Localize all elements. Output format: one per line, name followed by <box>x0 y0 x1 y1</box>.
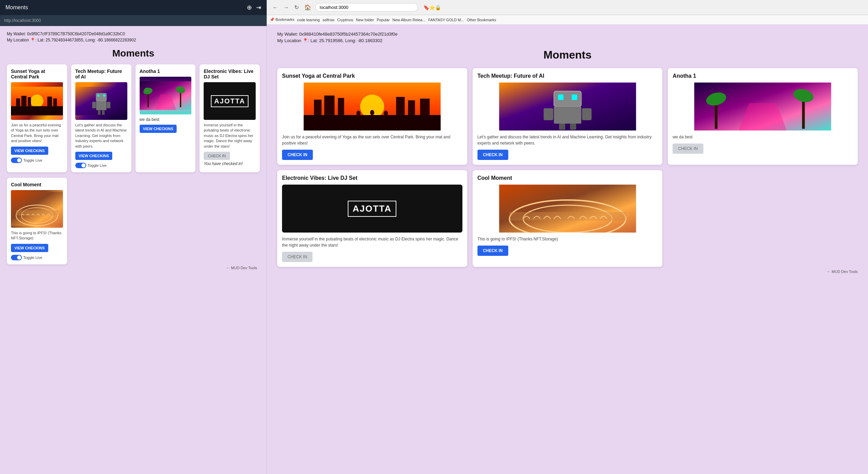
svg-rect-45 <box>554 107 581 124</box>
svg-rect-12 <box>96 101 106 110</box>
check-in-electronic-btn[interactable]: CHECK IN <box>204 152 230 160</box>
right-card-anotha-desc: we da best <box>673 134 853 140</box>
left-page-title: Moments <box>7 48 260 59</box>
right-card-electronic-title: Electronic Vibes: Live DJ Set <box>282 175 462 181</box>
card-tech-meetup-actions: VIEW CHECKINS Toggle Live <box>75 152 127 168</box>
bookmarks-bar: 📌 Bookmarks code learning selfrow Cryptm… <box>267 15 868 25</box>
svg-rect-4 <box>21 96 26 106</box>
right-card-yoga-title: Sunset Yoga at Central Park <box>282 73 462 79</box>
right-check-in-tech-btn[interactable]: CHECK IN <box>477 150 508 160</box>
left-panel: Moments ⊕ ⇥ http://localhost:3000 My Wal… <box>0 0 267 474</box>
card-sunset-yoga-title: Sunset Yoga at Central Park <box>11 68 63 79</box>
card-cool-moment: Cool Moment <box>7 178 67 264</box>
right-ajotta-logo: AJOTTA <box>348 201 396 217</box>
toggle-cool[interactable]: Toggle Live <box>11 255 42 260</box>
bookmark-other[interactable]: Other Bookmarks <box>467 18 496 22</box>
svg-rect-31 <box>304 115 441 130</box>
right-card-electronic-actions: CHECK IN <box>282 252 462 262</box>
external-link-icon[interactable]: ⇥ <box>256 4 261 11</box>
svg-rect-6 <box>47 97 52 106</box>
right-card-cool: Cool Moment <box>473 170 663 267</box>
right-check-in-electronic-btn[interactable]: CHECK IN <box>282 252 312 262</box>
right-card-tech-title: Tech Meetup: Future of AI <box>477 73 658 79</box>
left-url-text: http://localhost:3000 <box>4 18 41 23</box>
right-cards-grid: Sunset Yoga at Central Park <box>277 68 858 267</box>
right-card-electronic-image: AJOTTA <box>282 185 462 233</box>
bookmark-popular[interactable]: Popular <box>377 18 390 22</box>
view-checkins-cool-btn[interactable]: VIEW CHECKINS <box>11 244 48 252</box>
svg-rect-48 <box>559 124 565 130</box>
card-sunset-yoga-actions: VIEW CHECKINS Toggle Live <box>11 147 63 163</box>
view-checkins-anotha-btn[interactable]: VIEW CHECKINS <box>140 125 177 133</box>
right-card-anotha-image <box>673 83 853 130</box>
toggle-yoga[interactable]: Toggle Live <box>11 158 42 163</box>
card-tech-meetup-image <box>75 82 127 120</box>
ajotta-logo: AJOTTA <box>211 95 249 107</box>
nav-home-btn[interactable]: 🏠 <box>303 3 312 11</box>
svg-rect-5 <box>28 97 31 107</box>
toggle-yoga-label: Toggle Live <box>23 158 42 162</box>
svg-rect-7 <box>53 98 57 106</box>
card-electronic-image: AJOTTA <box>204 82 256 120</box>
right-card-yoga: Sunset Yoga at Central Park <box>277 68 467 165</box>
right-check-in-yoga-btn[interactable]: CHECK IN <box>282 150 313 160</box>
add-tab-icon[interactable]: ⊕ <box>247 4 252 11</box>
svg-rect-2 <box>11 106 63 115</box>
svg-rect-13 <box>92 102 96 108</box>
card-anotha-title: Anotha 1 <box>140 68 192 74</box>
svg-rect-46 <box>544 108 553 120</box>
card-electronic-title: Electronic Vibes: Live DJ Set <box>204 68 256 79</box>
left-mud-tools[interactable]: ← MUD Dev Tools <box>7 264 260 271</box>
svg-rect-3 <box>16 98 20 106</box>
toggle-cool-label: Toggle Live <box>23 255 42 260</box>
card-electronic-desc: Immerse yourself in the pulsating beats … <box>204 123 256 149</box>
bookmark-code-learning[interactable]: code learning <box>297 18 320 22</box>
card-sunset-yoga-image <box>11 82 63 120</box>
right-mud-tools[interactable]: ← MUD Dev Tools <box>277 270 858 274</box>
right-card-cool-desc: This is going to IPFS! (Thanks NFT.Stora… <box>477 236 658 242</box>
right-card-yoga-actions: CHECK IN <box>282 150 462 160</box>
svg-rect-14 <box>107 102 111 108</box>
card-tech-meetup-desc: Let's gather and discuss the latest tren… <box>75 123 127 149</box>
right-card-anotha: Anotha 1 <box>668 68 858 165</box>
card-electronic: Electronic Vibes: Live DJ Set AJOTTA Imm… <box>200 64 260 172</box>
right-card-electronic-desc: Immerse yourself in the pulsating beats … <box>282 236 462 248</box>
left-url-bar: http://localhost:3000 <box>0 15 267 26</box>
left-titlebar-icons: ⊕ ⇥ <box>247 4 261 11</box>
right-check-in-anotha-btn[interactable]: CHECK IN <box>673 144 703 154</box>
card-anotha: Anotha 1 <box>136 64 196 172</box>
right-card-cool-title: Cool Moment <box>477 175 658 181</box>
nav-refresh-btn[interactable]: ↻ <box>293 3 300 11</box>
card-electronic-actions: CHECK IN <box>204 152 256 160</box>
right-card-cool-actions: CHECK IN <box>477 246 658 256</box>
url-input[interactable] <box>315 3 418 12</box>
svg-rect-28 <box>16 210 58 215</box>
right-card-yoga-desc: Join us for a peaceful evening of Yoga a… <box>282 134 462 146</box>
toggle-cool-switch[interactable] <box>11 255 22 260</box>
bookmark-fantasy[interactable]: FANTASY GOLD M... <box>428 18 464 22</box>
bookmark-new-folder[interactable]: New folder <box>356 18 374 22</box>
right-panel: ← → ↻ 🏠 🔖⭐🔒 📌 Bookmarks code learning se… <box>267 0 868 474</box>
right-location: My Location 📍: Lat: 25.7919586, Long: -8… <box>277 38 858 43</box>
bookmark-selfrow[interactable]: selfrow <box>322 18 334 22</box>
card-anotha-actions: VIEW CHECKINS <box>140 125 192 133</box>
nav-back-btn[interactable]: ← <box>271 4 279 11</box>
right-browser-bar: ← → ↻ 🏠 🔖⭐🔒 <box>267 0 868 15</box>
toggle-yoga-switch[interactable] <box>11 158 22 163</box>
svg-point-1 <box>30 95 43 108</box>
right-check-in-cool-btn[interactable]: CHECK IN <box>477 246 508 256</box>
bookmark-album[interactable]: New Album Relea... <box>393 18 426 22</box>
right-page-title: Moments <box>277 49 858 61</box>
nav-forward-btn[interactable]: → <box>282 4 290 11</box>
svg-rect-32 <box>314 100 321 115</box>
card-sunset-yoga: Sunset Yoga at Central Park <box>7 64 67 172</box>
svg-rect-9 <box>96 93 106 101</box>
checked-in-text: You have checked in! <box>204 161 256 166</box>
svg-rect-11 <box>103 95 105 97</box>
view-checkins-yoga-btn[interactable]: VIEW CHECKINS <box>11 147 48 155</box>
toggle-tech[interactable]: Toggle Live <box>75 163 107 168</box>
bookmark-bookmarks[interactable]: 📌 Bookmarks <box>270 17 294 22</box>
view-checkins-tech-btn[interactable]: VIEW CHECKINS <box>75 152 113 160</box>
toggle-tech-switch[interactable] <box>75 163 86 168</box>
bookmark-cryptmos[interactable]: Cryptmos <box>337 18 353 22</box>
